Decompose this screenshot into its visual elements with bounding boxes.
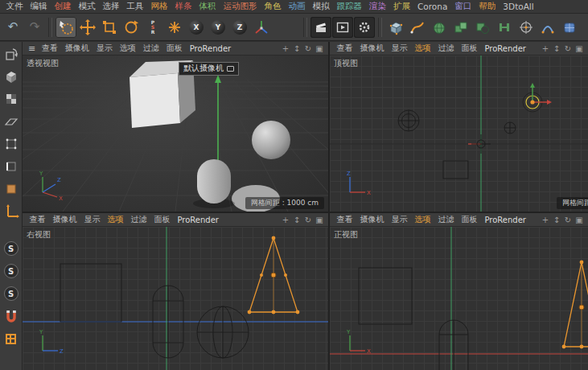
subdivision-surface-button[interactable] bbox=[429, 17, 450, 38]
cone-selected-wireframe[interactable] bbox=[562, 261, 588, 349]
pan-view-icon[interactable]: + bbox=[540, 44, 551, 53]
rotate-view-icon[interactable]: ↻ bbox=[302, 216, 314, 224]
deformer-button[interactable] bbox=[559, 17, 580, 38]
vp-menu-display[interactable]: 显示 bbox=[93, 43, 116, 54]
toggle-view-icon[interactable]: ▣ bbox=[574, 44, 585, 53]
move-tool[interactable] bbox=[77, 17, 98, 38]
menu-mograph[interactable]: 运动图形 bbox=[220, 1, 261, 12]
menu-tracker[interactable]: 跟踪器 bbox=[333, 1, 366, 12]
pen-spline-button[interactable] bbox=[407, 17, 428, 38]
vp-menu-options[interactable]: 选项 bbox=[116, 43, 139, 54]
lock-x-axis-button[interactable]: X bbox=[186, 17, 207, 38]
perspective-canvas[interactable]: 透视视图 默认摄像机 bbox=[23, 56, 328, 212]
vp-menu-options[interactable]: 选项 bbox=[104, 214, 127, 225]
boole-button[interactable] bbox=[472, 17, 493, 38]
redo-button[interactable]: ↷ bbox=[24, 17, 45, 38]
cube-wireframe[interactable] bbox=[60, 264, 121, 322]
menu-spline[interactable]: 样条 bbox=[171, 1, 195, 12]
menu-window[interactable]: 窗口 bbox=[451, 1, 475, 12]
render-view-button[interactable] bbox=[310, 17, 331, 38]
rotate-tool[interactable] bbox=[121, 17, 142, 38]
vp-menu-filter[interactable]: 过滤 bbox=[434, 43, 458, 54]
menu-edit[interactable]: 编辑 bbox=[27, 1, 51, 12]
points-mode-button[interactable] bbox=[2, 134, 21, 154]
edit-render-settings-button[interactable] bbox=[354, 17, 375, 38]
cube-wireframe[interactable] bbox=[443, 161, 468, 179]
menu-character[interactable]: 角色 bbox=[261, 1, 285, 12]
dolly-view-icon[interactable]: ↕ bbox=[291, 44, 302, 53]
toggle-view-icon[interactable]: ▣ bbox=[314, 216, 325, 224]
enable-axis-button[interactable] bbox=[2, 202, 21, 221]
model-mode-button[interactable] bbox=[2, 67, 21, 86]
lock-z-axis-button[interactable]: Z bbox=[229, 17, 250, 38]
menu-simulate[interactable]: 模拟 bbox=[309, 1, 333, 12]
menu-3dtoall[interactable]: 3DtoAll bbox=[500, 2, 537, 11]
menu-render[interactable]: 渲染 bbox=[366, 1, 390, 12]
texture-mode-button[interactable] bbox=[2, 89, 21, 109]
dolly-view-icon[interactable]: ↕ bbox=[551, 44, 562, 53]
dolly-view-icon[interactable]: ↕ bbox=[551, 216, 562, 224]
vp-menu-filter[interactable]: 过滤 bbox=[434, 214, 458, 225]
vp-menu-view[interactable]: 查看 bbox=[333, 43, 356, 54]
vp-menu-display[interactable]: 显示 bbox=[388, 214, 411, 225]
workplane-mode-button[interactable] bbox=[2, 112, 21, 131]
menu-animate[interactable]: 动画 bbox=[285, 1, 309, 12]
vp-menu-prorender[interactable]: ProRender bbox=[174, 216, 222, 224]
top-canvas[interactable]: 顶视图 bbox=[330, 56, 588, 212]
vp-menu-view[interactable]: 查看 bbox=[333, 214, 356, 225]
vp-menu-view[interactable]: 查看 bbox=[38, 43, 61, 54]
polygons-mode-button[interactable] bbox=[2, 179, 21, 199]
capsule-wireframe[interactable] bbox=[439, 320, 468, 370]
vp-menu-prorender[interactable]: ProRender bbox=[481, 216, 529, 224]
menu-mode[interactable]: 模式 bbox=[75, 1, 99, 12]
sphere-object[interactable] bbox=[252, 121, 290, 159]
cone-selected-wireframe[interactable] bbox=[248, 236, 300, 314]
vp-menu-panel[interactable]: 面板 bbox=[162, 43, 186, 54]
vp-menu-camera[interactable]: 摄像机 bbox=[356, 43, 388, 54]
toggle-view-icon[interactable]: ▣ bbox=[574, 216, 585, 224]
last-used-tool[interactable] bbox=[164, 17, 185, 38]
convert-to-editable-button[interactable] bbox=[2, 44, 21, 64]
symmetry-button[interactable] bbox=[494, 17, 515, 38]
vp-menu-prorender[interactable]: ProRender bbox=[481, 44, 529, 53]
vp-menu-display[interactable]: 显示 bbox=[388, 43, 411, 54]
pan-view-icon[interactable]: + bbox=[280, 44, 291, 53]
lock-y-axis-button[interactable]: Y bbox=[208, 17, 228, 38]
pan-view-icon[interactable]: + bbox=[280, 216, 291, 224]
vp-menu-panel[interactable]: 面板 bbox=[458, 214, 481, 225]
right-canvas[interactable]: 右视图 bbox=[23, 227, 328, 370]
vp-menu-options[interactable]: 选项 bbox=[411, 43, 434, 54]
quantize-grid-button[interactable] bbox=[2, 329, 21, 348]
vp-menu-options[interactable]: 选项 bbox=[411, 214, 434, 225]
undo-button[interactable]: ↶ bbox=[2, 17, 23, 38]
reset-psr-tool[interactable]: PSR bbox=[142, 17, 163, 38]
menu-select[interactable]: 选择 bbox=[99, 1, 123, 12]
edges-mode-button[interactable] bbox=[2, 157, 21, 176]
vp-menu-filter[interactable]: 过滤 bbox=[127, 214, 150, 225]
toggle-view-icon[interactable]: ▣ bbox=[314, 44, 325, 53]
vp-menu-display[interactable]: 显示 bbox=[80, 214, 104, 225]
dolly-view-icon[interactable]: ↕ bbox=[291, 216, 302, 224]
axis-center-button[interactable] bbox=[516, 17, 537, 38]
vp-menu-view[interactable]: 查看 bbox=[26, 214, 49, 225]
array-generator-button[interactable] bbox=[450, 17, 471, 38]
vp-menu-camera[interactable]: 摄像机 bbox=[61, 43, 93, 54]
front-canvas[interactable]: 正视图 bbox=[330, 227, 588, 370]
capsule-wireframe[interactable] bbox=[504, 122, 516, 134]
capsule-object[interactable] bbox=[197, 159, 231, 204]
snap-badge-3-button[interactable]: S bbox=[2, 284, 21, 303]
menu-corona[interactable]: Corona bbox=[414, 2, 451, 11]
snap-badge-2-button[interactable]: S bbox=[2, 261, 21, 281]
snap-badge-1-button[interactable]: S bbox=[2, 239, 21, 258]
vp-menu-panel[interactable]: 面板 bbox=[458, 43, 481, 54]
menu-help[interactable]: 帮助 bbox=[475, 1, 500, 12]
rotate-view-icon[interactable]: ↻ bbox=[562, 44, 574, 53]
scale-tool[interactable] bbox=[99, 17, 120, 38]
menu-extensions[interactable]: 扩展 bbox=[390, 1, 414, 12]
menu-mesh[interactable]: 网格 bbox=[147, 1, 171, 12]
rotate-view-icon[interactable]: ↻ bbox=[302, 44, 314, 53]
spline-arc-button[interactable] bbox=[537, 17, 558, 38]
vp-menu-camera[interactable]: 摄像机 bbox=[356, 214, 388, 225]
vp-menu-prorender[interactable]: ProRender bbox=[186, 44, 234, 53]
cube-wireframe[interactable] bbox=[359, 268, 412, 324]
